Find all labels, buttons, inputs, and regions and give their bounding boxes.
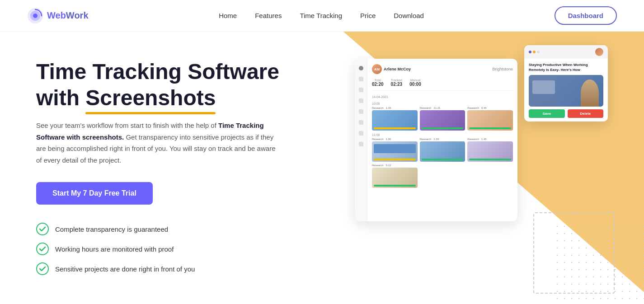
ss-thumb-5 [420, 141, 465, 162]
popup-body: Staying Productive When Working Remotely… [524, 59, 608, 122]
check-icon-2 [36, 243, 49, 255]
cta-button[interactable]: Start My 7 Day Free Trial [36, 182, 153, 205]
ss-thumb-3 [467, 110, 513, 131]
hero-desc-plain: See your team's workflow from start to f… [36, 122, 218, 129]
card-main-body: AM Arlene McCoy Brightstone Total 02:20 … [367, 59, 517, 193]
logo-icon [27, 8, 43, 24]
sidebar-icon-8 [359, 142, 363, 146]
check-icon-1 [36, 223, 49, 235]
ss-thumb-4 [372, 141, 418, 162]
svg-point-3 [37, 223, 48, 235]
ss-thumb-1 [372, 110, 418, 131]
stat-total: Total 02:20 [372, 79, 384, 87]
ss-item-2: Research 11:21 [420, 107, 465, 131]
sidebar-icon-5 [359, 109, 363, 114]
dashboard-button[interactable]: Dashboard [555, 6, 617, 25]
nav-home[interactable]: Home [219, 12, 237, 19]
sidebar-icon-7 [359, 131, 363, 136]
screenshot-grid-2: Research 1:00 Research 1:20 [372, 138, 513, 188]
popup-window-controls [529, 51, 540, 53]
nav-download[interactable]: Download [394, 12, 424, 19]
popup-preview-card: Staying Productive When Working Remotely… [524, 45, 608, 122]
ss-item-1: Research 1:15 [372, 107, 418, 131]
screenshot-row-1: 10:00 Research 1:15 Research 11:21 [372, 102, 513, 131]
popup-save-button[interactable]: Save [529, 109, 565, 118]
screenshot-grid-1: Research 1:15 Research 11:21 [372, 107, 513, 131]
card-avatar: AM [372, 64, 382, 74]
nav-price[interactable]: Price [360, 12, 376, 19]
card-user-row: AM Arlene McCoy Brightstone [372, 64, 513, 74]
svg-point-4 [37, 243, 48, 255]
logo[interactable]: WebWork [27, 8, 89, 24]
ss-item-5: Research 1:20 [420, 138, 465, 162]
popup-dot-1 [529, 51, 531, 53]
card-sidebar [355, 59, 367, 221]
ss-thumb-7 [372, 168, 418, 188]
feature-text-1: Complete transparency is guaranteed [55, 225, 168, 233]
ss-thumb-6 [467, 141, 513, 162]
logo-text: WebWork [47, 10, 89, 21]
feature-item-2: Working hours are monitored with proof [36, 243, 279, 255]
hero-section: Time Tracking Software with Screenshots … [0, 32, 279, 293]
feature-text-3: Sensitive projects are done right in fro… [55, 265, 195, 273]
popup-header [524, 45, 608, 59]
ss-thumb-2 [420, 110, 465, 131]
svg-point-2 [33, 14, 38, 18]
stat-manual: Manual 00:00 [409, 79, 421, 87]
ss-item-7: Research 5:12 [372, 164, 418, 188]
popup-delete-button[interactable]: Delete [568, 109, 604, 118]
nav-features[interactable]: Features [255, 12, 282, 19]
sidebar-icon-4 [359, 98, 363, 103]
card-date: 14-04-2021 [372, 95, 513, 98]
sidebar-icon-3 [359, 88, 363, 92]
popup-image [529, 75, 603, 107]
screenshot-row-2: 11:00 Research 1:00 Research 1:20 [372, 133, 513, 188]
feature-item-1: Complete transparency is guaranteed [36, 223, 279, 235]
dashed-decoration [533, 212, 615, 294]
card-username: Arlene McCoy [384, 67, 492, 71]
nav-time-tracking[interactable]: Time Tracking [300, 12, 342, 19]
popup-dot-3 [537, 51, 540, 53]
main-content: Time Tracking Software with Screenshots … [0, 32, 644, 304]
main-nav: Home Features Time Tracking Price Downlo… [219, 12, 424, 19]
hero-title: Time Tracking Software with Screenshots [36, 59, 279, 111]
check-icon-3 [36, 262, 49, 275]
feature-text-2: Working hours are monitored with proof [55, 245, 174, 253]
card-stats: Total 02:20 Tracked 02:23 Manual 00:00 [372, 79, 513, 91]
ss-item-6: Research 1:45 [467, 138, 513, 162]
ss-item-3: Research 0:45 [467, 107, 513, 131]
popup-actions: Save Delete [529, 109, 603, 118]
card-company: Brightstone [492, 67, 513, 71]
hero-description: See your team's workflow from start to f… [36, 120, 276, 166]
hero-title-underlined: Screenshots [85, 85, 216, 111]
stat-tracked: Tracked 02:23 [391, 79, 403, 87]
dashboard-preview-card: AM Arlene McCoy Brightstone Total 02:20 … [355, 59, 517, 221]
sidebar-icon-2 [359, 77, 363, 81]
sidebar-icon-1 [359, 66, 363, 70]
ss-item-4: Research 1:00 [372, 138, 418, 162]
feature-item-3: Sensitive projects are done right in fro… [36, 262, 279, 275]
sidebar-icon-6 [359, 120, 363, 125]
popup-dot-2 [533, 51, 536, 53]
feature-list: Complete transparency is guaranteed Work… [36, 223, 279, 275]
popup-avatar [595, 48, 603, 56]
popup-title: Staying Productive When Working Remotely… [529, 62, 603, 72]
svg-point-5 [37, 263, 48, 275]
screenshots-section: AM Arlene McCoy Brightstone Total 02:20 … [355, 45, 608, 289]
